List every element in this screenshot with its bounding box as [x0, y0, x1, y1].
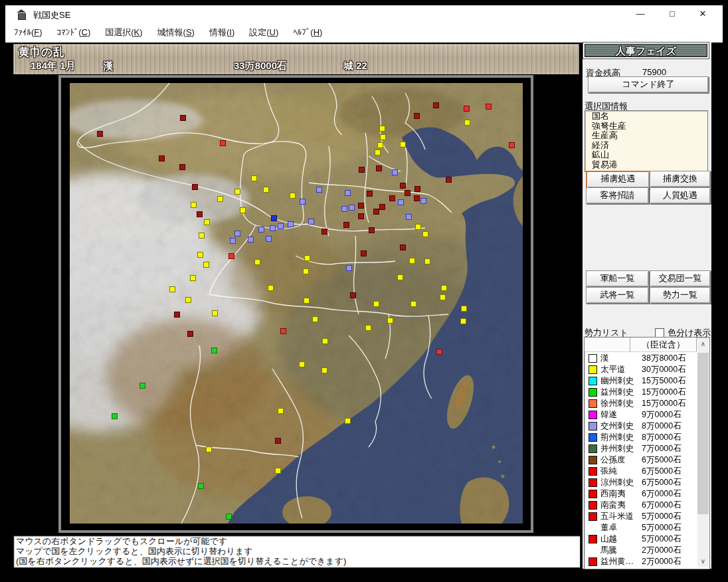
- menu-item-H[interactable]: ﾍﾙﾌﾟ(H): [293, 27, 322, 37]
- city-marker-r[interactable]: [464, 106, 470, 112]
- city-marker-b[interactable]: [271, 215, 277, 221]
- city-marker-y[interactable]: [377, 142, 383, 148]
- city-marker-dr[interactable]: [179, 164, 185, 170]
- city-marker-y[interactable]: [304, 255, 310, 261]
- faction-row[interactable]: 荊州刺史8万0000石: [585, 432, 697, 443]
- faction-row[interactable]: 益州黄…2万0000石: [585, 556, 697, 567]
- city-marker-dr[interactable]: [343, 222, 349, 228]
- city-marker-lv[interactable]: [266, 236, 272, 242]
- city-marker-lv[interactable]: [341, 206, 347, 212]
- force-list-button[interactable]: 勢力一覧: [650, 287, 711, 304]
- city-marker-dr[interactable]: [180, 115, 186, 121]
- city-marker-y[interactable]: [212, 310, 218, 316]
- city-marker-y[interactable]: [424, 258, 430, 264]
- city-marker-g[interactable]: [211, 347, 217, 353]
- city-marker-dr[interactable]: [350, 292, 356, 298]
- scrollbar-thumb[interactable]: [697, 353, 709, 514]
- city-marker-y[interactable]: [409, 258, 415, 264]
- city-marker-lv[interactable]: [420, 198, 426, 204]
- city-marker-y[interactable]: [251, 175, 257, 181]
- city-marker-r[interactable]: [509, 142, 515, 148]
- scroll-up-icon[interactable]: ∧: [697, 338, 709, 349]
- force-list[interactable]: （臣従含） 漢38万8000石太平道30万0000石幽州刺史15万5000石益州…: [584, 337, 710, 569]
- general-list-button[interactable]: 武将一覧: [586, 287, 649, 304]
- city-marker-lv[interactable]: [270, 225, 276, 231]
- city-marker-dr[interactable]: [400, 183, 406, 189]
- close-button[interactable]: ✕: [689, 5, 716, 23]
- city-marker-lv[interactable]: [258, 227, 264, 233]
- city-marker-dr[interactable]: [159, 155, 165, 161]
- city-marker-dr[interactable]: [192, 184, 198, 190]
- city-marker-dr[interactable]: [187, 331, 193, 337]
- city-marker-y[interactable]: [461, 306, 467, 312]
- city-marker-y[interactable]: [397, 274, 403, 280]
- city-marker-lv[interactable]: [248, 237, 254, 242]
- city-marker-lv[interactable]: [288, 221, 294, 227]
- city-marker-y[interactable]: [304, 298, 310, 304]
- menu-item-I[interactable]: 情報(I): [209, 27, 234, 39]
- city-marker-y[interactable]: [299, 361, 305, 367]
- city-marker-dr[interactable]: [359, 167, 365, 173]
- city-marker-y[interactable]: [387, 318, 393, 324]
- faction-row[interactable]: 益州刺史15万0000石: [585, 387, 697, 398]
- faction-row[interactable]: 交州刺史8万0000石: [585, 421, 697, 432]
- city-marker-y[interactable]: [321, 367, 327, 373]
- city-marker-y[interactable]: [290, 193, 296, 199]
- city-marker-lv[interactable]: [345, 190, 351, 196]
- city-marker-dr[interactable]: [433, 102, 439, 108]
- city-marker-r[interactable]: [486, 104, 492, 110]
- city-marker-y[interactable]: [464, 120, 470, 126]
- city-marker-dr[interactable]: [367, 191, 373, 197]
- city-marker-dr[interactable]: [358, 213, 364, 219]
- city-marker-dr[interactable]: [174, 312, 180, 318]
- city-marker-y[interactable]: [185, 297, 191, 303]
- city-marker-dr[interactable]: [414, 113, 420, 119]
- city-marker-r[interactable]: [280, 328, 286, 334]
- warship-list-button[interactable]: 軍船一覧: [586, 270, 649, 287]
- city-marker-y[interactable]: [415, 224, 421, 230]
- city-marker-y[interactable]: [460, 318, 466, 324]
- city-marker-y[interactable]: [365, 325, 371, 331]
- city-marker-y[interactable]: [263, 187, 269, 193]
- force-list-scrollbar[interactable]: ∧ ∨: [697, 338, 709, 567]
- city-marker-lv[interactable]: [316, 187, 322, 193]
- city-marker-y[interactable]: [440, 294, 446, 300]
- city-marker-y[interactable]: [322, 338, 328, 344]
- city-marker-y[interactable]: [254, 259, 260, 265]
- city-marker-y[interactable]: [380, 134, 386, 140]
- end-command-button[interactable]: コマンド終了: [588, 76, 709, 93]
- maximize-button[interactable]: □: [659, 5, 685, 23]
- city-marker-dr[interactable]: [369, 227, 375, 233]
- city-marker-y[interactable]: [422, 231, 428, 237]
- city-marker-y[interactable]: [204, 219, 210, 225]
- city-marker-lv[interactable]: [230, 238, 236, 244]
- faction-row[interactable]: 董卓5万0000石: [585, 522, 697, 534]
- city-marker-y[interactable]: [240, 207, 246, 213]
- city-marker-y[interactable]: [441, 285, 447, 291]
- city-marker-y[interactable]: [312, 316, 318, 322]
- color-display-checkbox[interactable]: [655, 328, 664, 338]
- menu-item-F[interactable]: ﾌｧｲﾙ(F): [14, 27, 43, 37]
- faction-row[interactable]: 五斗米道5万0000石: [585, 511, 697, 522]
- city-marker-dr[interactable]: [400, 244, 406, 250]
- city-marker-lv[interactable]: [398, 199, 404, 205]
- city-marker-dr[interactable]: [358, 203, 364, 209]
- city-marker-lv[interactable]: [234, 231, 240, 237]
- faction-row[interactable]: 山越5万0000石: [585, 534, 697, 545]
- city-marker-y[interactable]: [345, 418, 351, 424]
- city-marker-dr[interactable]: [414, 195, 420, 201]
- trade-group-list-button[interactable]: 交易団一覧: [650, 270, 711, 287]
- prisoner-exchange-button[interactable]: 捕虜交換: [650, 171, 711, 187]
- city-marker-r[interactable]: [228, 253, 234, 259]
- selected-country-info-list[interactable]: 国名強弩生産生産高経済鉱山貿易港: [585, 110, 708, 172]
- faction-row[interactable]: 涼州刺史6万5000石: [585, 477, 697, 488]
- city-marker-y[interactable]: [169, 286, 175, 292]
- city-marker-dr[interactable]: [361, 250, 367, 256]
- city-marker-y[interactable]: [199, 233, 205, 239]
- faction-row[interactable]: 馬騰2万0000石: [585, 545, 697, 556]
- strategy-map[interactable]: [70, 83, 523, 524]
- city-marker-lv[interactable]: [349, 205, 355, 211]
- city-marker-lv[interactable]: [300, 199, 306, 205]
- city-marker-dr[interactable]: [389, 195, 395, 201]
- faction-row[interactable]: 幽州刺史15万5000石: [585, 375, 697, 387]
